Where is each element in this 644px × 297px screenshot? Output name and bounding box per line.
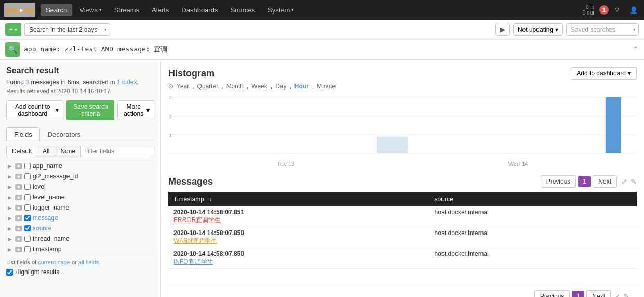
field-item-message[interactable]: ▶ ■ message bbox=[7, 213, 154, 223]
save-search-button[interactable]: Save search criteria bbox=[66, 100, 114, 120]
expand-icon: ▶ bbox=[8, 226, 13, 231]
system-arrow-icon: ▾ bbox=[291, 7, 294, 12]
nav-sources[interactable]: Sources bbox=[225, 4, 260, 16]
field-checkbox-logger-name[interactable] bbox=[24, 204, 31, 211]
top-navigation: gray▸log Search Views ▾ Streams Alerts D… bbox=[0, 0, 644, 20]
more-actions-button[interactable]: More actions ▾ bbox=[117, 100, 154, 120]
nav-search[interactable]: Search bbox=[41, 4, 72, 16]
highlight-results-row: Highlight results bbox=[6, 268, 154, 276]
timestamp-header[interactable]: Timestamp ↑↓ bbox=[168, 192, 430, 206]
nav-views[interactable]: Views ▾ bbox=[74, 4, 106, 16]
field-checkbox-app-name[interactable] bbox=[24, 163, 31, 169]
previous-button-bottom[interactable]: Previous bbox=[534, 290, 570, 297]
previous-button-top[interactable]: Previous bbox=[541, 175, 576, 188]
nav-dashboards[interactable]: Dashboards bbox=[176, 4, 223, 16]
next-button-bottom[interactable]: Next bbox=[586, 290, 611, 297]
saved-searches-arrow-icon: ▾ bbox=[633, 27, 636, 32]
edit-messages-icon[interactable]: ✎ bbox=[630, 177, 637, 186]
highlight-checkbox[interactable] bbox=[6, 269, 13, 276]
field-checkbox-message[interactable] bbox=[24, 215, 31, 221]
expand-icon: ▶ bbox=[8, 163, 13, 169]
field-list: ▶ ■ app_name ▶ ■ gl2_message_id ▶ ■ leve… bbox=[6, 160, 154, 255]
field-item-thread-name[interactable]: ▶ ■ thread_name bbox=[7, 234, 154, 244]
sidebar: Search result Found 3 messages in 6ms, s… bbox=[0, 60, 161, 297]
field-checkbox-timestamp[interactable] bbox=[24, 246, 31, 252]
source-header[interactable]: source bbox=[430, 192, 637, 206]
search-config-button[interactable]: + ▾ bbox=[5, 23, 21, 36]
add-to-dashboard-button[interactable]: Add to dashboard ▾ bbox=[571, 67, 637, 80]
app-logo: gray▸log bbox=[4, 3, 35, 17]
help-icon[interactable]: ? bbox=[611, 4, 623, 16]
nav-system[interactable]: System ▾ bbox=[262, 4, 299, 16]
search-icon: 🔍 bbox=[8, 45, 17, 54]
query-input[interactable] bbox=[24, 46, 628, 54]
field-item-level-name[interactable]: ▶ ■ level_name bbox=[7, 192, 154, 202]
sidebar-actions: Add count to dashboard ▾ Save search cri… bbox=[6, 100, 154, 120]
tab-fields[interactable]: Fields bbox=[6, 127, 40, 141]
timerange-selector[interactable]: Search in the last 2 days bbox=[24, 23, 110, 36]
field-checkbox-source[interactable] bbox=[24, 225, 31, 231]
nav-alerts[interactable]: Alerts bbox=[146, 4, 174, 16]
histogram-chart: 3 2 1 bbox=[168, 94, 637, 157]
play-button[interactable]: ▶ bbox=[495, 23, 510, 36]
next-button-top[interactable]: Next bbox=[593, 175, 617, 188]
msg-body-3[interactable]: INFO宜调学生 bbox=[173, 258, 213, 265]
search-bar: + ▾ Search in the last 2 days ▾ ▶ Not up… bbox=[0, 20, 644, 40]
interval-week[interactable]: Week bbox=[251, 83, 267, 90]
tab-decorators[interactable]: Decorators bbox=[40, 127, 89, 141]
edit-bottom-icon[interactable]: ✎ bbox=[623, 292, 629, 297]
expand-icon[interactable]: ⌃ bbox=[633, 45, 639, 54]
field-item-timestamp[interactable]: ▶ ■ timestamp bbox=[7, 244, 154, 254]
saved-searches-selector[interactable]: Saved searches bbox=[566, 23, 639, 36]
field-filter-input[interactable] bbox=[81, 146, 154, 157]
histogram-svg: 3 2 1 bbox=[168, 94, 637, 157]
current-page-link[interactable]: current page bbox=[38, 259, 70, 265]
all-fields-link[interactable]: all fields bbox=[78, 259, 99, 265]
messages-pagination-top: Previous 1 Next bbox=[541, 175, 617, 188]
msg-body-2[interactable]: WARN宜调学生 bbox=[173, 237, 217, 244]
table-row: 2020-10-14 14:58:07.850 WARN宜调学生 host.do… bbox=[168, 227, 637, 248]
field-checkbox-level-name[interactable] bbox=[24, 194, 31, 200]
add-dashboard-arrow-icon: ▾ bbox=[628, 70, 631, 77]
more-actions-arrow-icon: ▾ bbox=[146, 107, 150, 114]
interval-day[interactable]: Day bbox=[275, 83, 286, 90]
expand-icon: ▶ bbox=[8, 247, 13, 252]
messages-table: Timestamp ↑↓ source 2020-10-14 14:58:07.… bbox=[168, 192, 637, 269]
field-tab-default[interactable]: Default bbox=[7, 146, 37, 157]
msg-source-2: host.docker.internal bbox=[430, 227, 637, 248]
expand-icon: ▶ bbox=[8, 184, 13, 190]
sort-icon: ↑↓ bbox=[207, 197, 212, 202]
add-count-button[interactable]: Add count to dashboard ▾ bbox=[6, 100, 63, 120]
main-content: Histogram Add to dashboard ▾ ⊙ Year, Qua… bbox=[161, 60, 644, 297]
field-item-level[interactable]: ▶ ■ level bbox=[7, 182, 154, 192]
index-link[interactable]: 1 index bbox=[117, 79, 137, 86]
page-number-top: 1 bbox=[578, 176, 591, 187]
field-checkbox-gl2[interactable] bbox=[24, 173, 31, 179]
field-checkbox-thread-name[interactable] bbox=[24, 236, 31, 242]
field-item-source[interactable]: ▶ ■ source bbox=[7, 223, 154, 234]
not-updating-button[interactable]: Not updating ▾ bbox=[513, 23, 563, 36]
search-button[interactable]: 🔍 bbox=[5, 42, 20, 57]
msg-source-1: host.docker.internal bbox=[430, 206, 637, 227]
field-checkbox-level[interactable] bbox=[24, 184, 31, 190]
field-item-gl2-message-id[interactable]: ▶ ■ gl2_message_id bbox=[7, 171, 154, 182]
interval-minute[interactable]: Minute bbox=[317, 83, 336, 90]
interval-month[interactable]: Month bbox=[226, 83, 244, 90]
nav-streams[interactable]: Streams bbox=[109, 4, 144, 16]
interval-quarter[interactable]: Quarter bbox=[197, 83, 219, 90]
interval-hour[interactable]: Hour bbox=[294, 83, 309, 90]
expand-messages-icon[interactable]: ⤢ bbox=[621, 177, 627, 186]
user-icon[interactable]: 👤 bbox=[627, 4, 640, 16]
play-icon: ▶ bbox=[500, 25, 505, 33]
field-item-logger-name[interactable]: ▶ ■ logger_name bbox=[7, 202, 154, 213]
expand-bottom-icon[interactable]: ⤢ bbox=[614, 292, 620, 297]
table-row: 2020-10-14 14:58:07.851 ERROR宜调学生 host.d… bbox=[168, 206, 637, 227]
field-item-app-name[interactable]: ▶ ■ app_name bbox=[7, 161, 154, 171]
field-tab-all[interactable]: All bbox=[37, 146, 55, 157]
expand-icon: ▶ bbox=[8, 195, 13, 200]
interval-year[interactable]: Year bbox=[177, 83, 189, 90]
msg-body-1[interactable]: ERROR宜调学生 bbox=[173, 216, 221, 224]
svg-rect-7 bbox=[377, 137, 408, 153]
messages-title: Messages bbox=[168, 176, 213, 187]
field-tab-none[interactable]: None bbox=[55, 146, 81, 157]
